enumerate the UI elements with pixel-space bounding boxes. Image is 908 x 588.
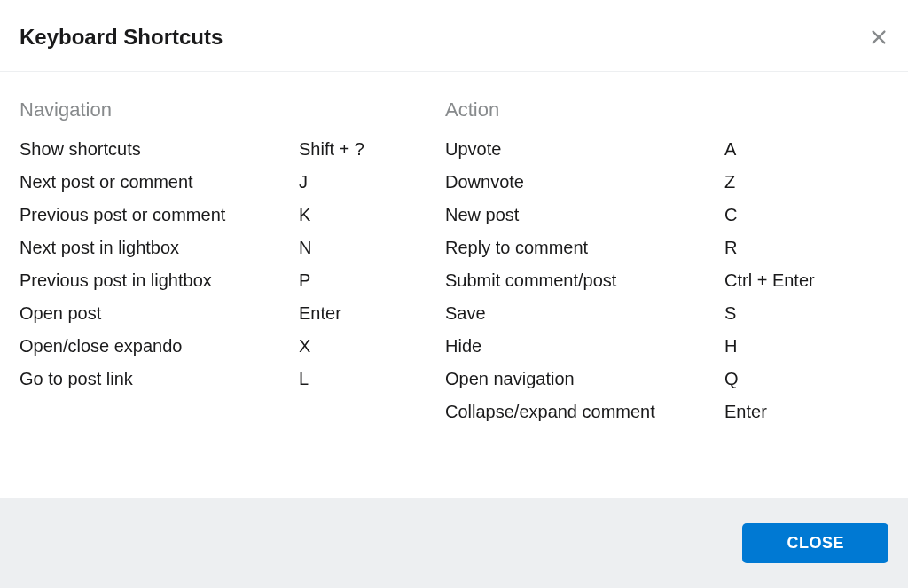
- shortcut-key: Enter: [299, 303, 445, 324]
- shortcut-row: Open navigation Q: [445, 369, 888, 389]
- shortcut-key: Shift + ?: [299, 139, 445, 160]
- modal-title: Keyboard Shortcuts: [20, 25, 223, 50]
- action-column: Action Upvote A Downvote Z New post C Re…: [445, 98, 888, 435]
- shortcut-label: Open post: [20, 303, 299, 324]
- shortcut-key: J: [299, 172, 445, 192]
- shortcut-label: Submit comment/post: [445, 270, 724, 291]
- shortcut-key: K: [299, 205, 445, 225]
- shortcut-row: Go to post link L: [20, 369, 445, 389]
- shortcut-key: P: [299, 270, 445, 291]
- shortcut-label: Collapse/expand comment: [445, 402, 724, 422]
- shortcut-key: X: [299, 336, 445, 357]
- shortcut-key: Q: [724, 369, 888, 389]
- shortcut-label: Show shortcuts: [20, 139, 299, 160]
- shortcut-row: New post C: [445, 205, 888, 225]
- shortcut-label: Next post in lightbox: [20, 238, 299, 258]
- shortcut-key: Z: [724, 172, 888, 192]
- shortcut-label: Reply to comment: [445, 238, 724, 258]
- shortcut-row: Downvote Z: [445, 172, 888, 192]
- modal-body: Navigation Show shortcuts Shift + ? Next…: [0, 72, 908, 470]
- shortcut-label: Previous post or comment: [20, 205, 299, 225]
- shortcut-label: Open navigation: [445, 369, 724, 389]
- shortcut-label: Downvote: [445, 172, 724, 192]
- shortcut-label: Previous post in lightbox: [20, 270, 299, 291]
- shortcut-label: Open/close expando: [20, 336, 299, 357]
- shortcut-key: N: [299, 238, 445, 258]
- shortcut-label: Upvote: [445, 139, 724, 160]
- shortcut-label: Hide: [445, 336, 724, 357]
- shortcut-label: New post: [445, 205, 724, 225]
- shortcut-row: Submit comment/post Ctrl + Enter: [445, 270, 888, 291]
- shortcut-key: L: [299, 369, 445, 389]
- shortcut-label: Go to post link: [20, 369, 299, 389]
- shortcut-label: Next post or comment: [20, 172, 299, 192]
- shortcut-key: R: [724, 238, 888, 258]
- shortcut-row: Reply to comment R: [445, 238, 888, 258]
- shortcut-row: Next post in lightbox N: [20, 238, 445, 258]
- shortcut-row: Previous post or comment K: [20, 205, 445, 225]
- navigation-column: Navigation Show shortcuts Shift + ? Next…: [20, 98, 445, 435]
- shortcut-key: S: [724, 303, 888, 324]
- modal-header: Keyboard Shortcuts: [0, 0, 908, 72]
- shortcut-label: Save: [445, 303, 724, 324]
- shortcut-row: Collapse/expand comment Enter: [445, 402, 888, 422]
- shortcut-row: Previous post in lightbox P: [20, 270, 445, 291]
- modal-footer: CLOSE: [0, 498, 908, 588]
- action-heading: Action: [445, 98, 888, 122]
- close-button[interactable]: CLOSE: [742, 523, 888, 563]
- shortcut-key: C: [724, 205, 888, 225]
- shortcut-key: H: [724, 336, 888, 357]
- shortcut-key: A: [724, 139, 888, 160]
- shortcut-key: Ctrl + Enter: [724, 270, 888, 291]
- shortcut-row: Save S: [445, 303, 888, 324]
- shortcut-row: Next post or comment J: [20, 172, 445, 192]
- shortcut-row: Open/close expando X: [20, 336, 445, 357]
- navigation-heading: Navigation: [20, 98, 445, 122]
- close-icon[interactable]: [869, 27, 888, 47]
- shortcut-row: Upvote A: [445, 139, 888, 160]
- shortcut-row: Show shortcuts Shift + ?: [20, 139, 445, 160]
- shortcut-key: Enter: [724, 402, 888, 422]
- shortcut-row: Hide H: [445, 336, 888, 357]
- shortcut-row: Open post Enter: [20, 303, 445, 324]
